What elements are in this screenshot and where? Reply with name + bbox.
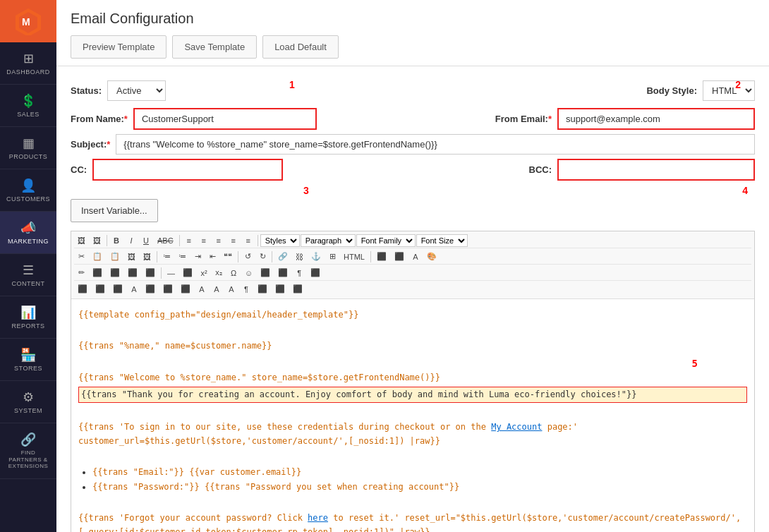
tb-b8[interactable]: ⬛ [307, 266, 324, 279]
sidebar-item-products[interactable]: ▦ PRODUCTS [0, 127, 56, 169]
tb-bg-color[interactable]: 🎨 [423, 250, 440, 263]
tb-html[interactable]: HTML [340, 250, 368, 263]
tb-font-a[interactable]: A [127, 283, 141, 296]
subject-input[interactable] [116, 134, 755, 155]
tb-copy[interactable]: 📋 [89, 250, 106, 263]
tb-link[interactable]: 🔗 [274, 250, 291, 263]
tb-redo[interactable]: ↻ [255, 250, 270, 263]
tb-superscript[interactable]: x² [197, 267, 211, 279]
tb-anchor[interactable]: ⚓ [308, 250, 325, 263]
tb-paragraph-select[interactable]: Paragraph [301, 234, 356, 247]
sidebar-item-customers[interactable]: 👤 CUSTOMERS [0, 169, 56, 212]
tb-b1[interactable]: ⬛ [89, 266, 106, 279]
sidebar-item-content[interactable]: ☰ CONTENT [0, 254, 56, 296]
dashboard-icon: ⊞ [23, 51, 34, 66]
sidebar-item-marketing[interactable]: 📣 MARKETING [0, 212, 56, 254]
tb-paste[interactable]: 📋 [107, 250, 123, 263]
status-select[interactable]: Active Inactive [107, 80, 166, 101]
from-name-input[interactable] [133, 108, 317, 130]
tb-r1[interactable]: ⬛ [74, 282, 91, 296]
tb-image-btn[interactable]: 🖼 [74, 234, 89, 247]
tb-align-justify[interactable]: ≡ [226, 234, 241, 247]
tb-font-a2[interactable]: A [195, 283, 209, 296]
tb-special[interactable]: ⬛ [373, 250, 390, 263]
tb-b3[interactable]: ⬛ [124, 266, 141, 279]
tb-img2[interactable]: 🖼 [140, 250, 155, 263]
tb-font-color[interactable]: A [408, 250, 423, 263]
from-name-group: From Name:* [71, 108, 317, 130]
body-style-select[interactable]: HTML Text [703, 80, 755, 101]
tb-hr[interactable]: — [164, 267, 178, 279]
save-template-button[interactable]: Save Template [172, 35, 257, 59]
tb-subscript[interactable]: x₂ [212, 266, 226, 279]
from-name-label: From Name:* [71, 114, 128, 124]
tb-pilcrow[interactable]: ¶ [292, 267, 306, 279]
tb-b5[interactable]: ⬛ [179, 266, 196, 279]
editor-content[interactable]: 5 {{template config_path="design/email/h… [71, 299, 754, 532]
bcc-input[interactable] [557, 159, 755, 181]
tb-font-family-select[interactable]: Font Family [356, 234, 416, 247]
tb-align-block[interactable]: ≡ [241, 234, 255, 247]
tb-r7[interactable]: ⬛ [254, 282, 271, 296]
tb-r8[interactable]: ⬛ [272, 282, 289, 296]
sidebar-item-sales[interactable]: 💲 SALES [0, 85, 56, 127]
tb-source[interactable]: ⬛ [391, 250, 408, 263]
tb-ol[interactable]: ≔ [159, 250, 174, 263]
preview-template-button[interactable]: Preview Template [71, 35, 166, 59]
tb-cut[interactable]: ✂ [74, 250, 88, 263]
tb-para[interactable]: ¶ [239, 283, 253, 296]
tb-strike-btn[interactable]: ABC [154, 234, 177, 247]
tb-edit[interactable]: ✏ [74, 266, 88, 279]
tb-r4[interactable]: ⬛ [142, 282, 159, 296]
tb-undo[interactable]: ↺ [241, 250, 255, 263]
load-default-button[interactable]: Load Default [262, 35, 339, 59]
tb-b4[interactable]: ⬛ [142, 266, 159, 279]
tb-bold-btn[interactable]: B [109, 234, 123, 247]
tb-align-right[interactable]: ≡ [212, 234, 226, 247]
tb-r3[interactable]: ⬛ [109, 282, 126, 296]
tb-sep3 [258, 235, 258, 246]
tb-b7[interactable]: ⬛ [274, 266, 291, 279]
tb-b6[interactable]: ⬛ [257, 266, 274, 279]
tb-font-a4[interactable]: A [224, 283, 238, 296]
tb-img[interactable]: 🖼 [124, 250, 139, 263]
sidebar-item-stores[interactable]: 🏪 STORES [0, 339, 56, 381]
sidebar-item-partners[interactable]: 🔗 FIND PARTNERS & EXTENSIONS [0, 423, 56, 479]
insert-variable-button[interactable]: Insert Variable... [71, 199, 158, 222]
sidebar-item-label: DASHBOARD [6, 68, 50, 75]
tb-underline-btn[interactable]: U [139, 234, 153, 247]
content-line-6 [78, 405, 747, 418]
annotation-4: 4 [742, 185, 748, 196]
tb-font-a3[interactable]: A [210, 283, 224, 296]
tb-table[interactable]: ⊞ [325, 250, 339, 263]
tb-r5[interactable]: ⬛ [159, 282, 176, 296]
from-email-input[interactable] [557, 108, 755, 130]
tb-blockquote[interactable]: ❝❝ [220, 250, 236, 263]
content-list-1: {{trans "Email:"}} {{var customer.email}… [92, 466, 747, 494]
tb-b2[interactable]: ⬛ [107, 266, 123, 279]
tb-styles-select[interactable]: Styles [260, 234, 300, 247]
tb-smiley[interactable]: ☺ [241, 267, 256, 279]
tb-indent[interactable]: ⇥ [190, 250, 205, 263]
sidebar-item-system[interactable]: ⚙ SYSTEM [0, 381, 56, 423]
tb-r6[interactable]: ⬛ [177, 282, 194, 296]
tb-image2-btn[interactable]: 🖼 [90, 234, 104, 247]
tb-align-left[interactable]: ≡ [182, 234, 196, 247]
sidebar-item-label: REPORTS [12, 322, 45, 330]
tb-outdent[interactable]: ⇤ [205, 250, 219, 263]
sidebar-item-dashboard[interactable]: ⊞ DASHBOARD [0, 42, 56, 85]
sidebar-item-reports[interactable]: 📊 REPORTS [0, 296, 56, 339]
tb-r9[interactable]: ⬛ [289, 282, 306, 296]
tb-font-size-select[interactable]: Font Size [416, 234, 468, 247]
tb-ul[interactable]: ≔ [175, 250, 190, 263]
tb-italic-btn[interactable]: I [124, 234, 138, 247]
tb-r2[interactable]: ⬛ [92, 282, 109, 296]
cc-input[interactable] [92, 159, 283, 181]
tb-omega[interactable]: Ω [226, 267, 241, 279]
sidebar-item-label: CONTENT [12, 280, 45, 287]
main-content: Email Configuration Preview Template Sav… [56, 0, 769, 532]
tb-unlink[interactable]: ⛓ [292, 250, 307, 263]
tb-align-center[interactable]: ≡ [197, 234, 211, 247]
subject-label: Subject:* [71, 139, 110, 150]
editor-container: 🖼 🖼 B I U ABC ≡ ≡ ≡ ≡ ≡ Styles Paragraph [71, 231, 755, 532]
